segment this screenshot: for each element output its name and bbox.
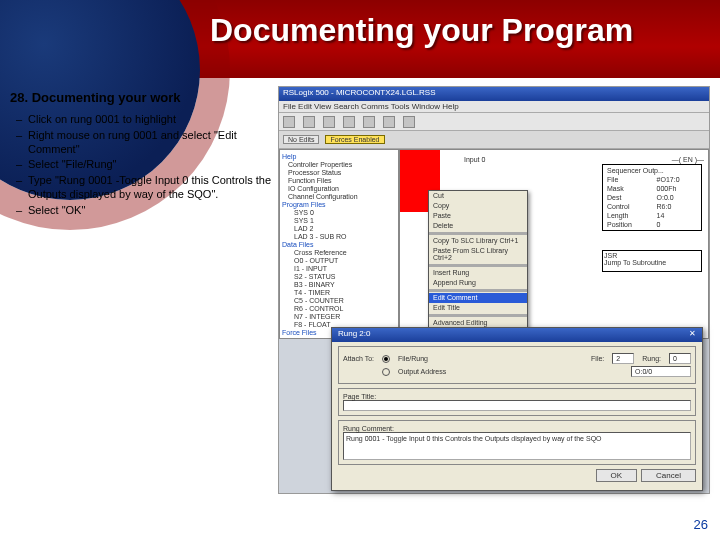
radio-output-address[interactable]	[382, 368, 390, 376]
sqo-block: Sequencer Outp... File#O17:0 Mask000Fh D…	[602, 164, 702, 231]
tree-item[interactable]: B3 - BINARY	[282, 281, 396, 288]
menu-item[interactable]: Paste	[429, 211, 527, 221]
tree-item[interactable]: IO Configuration	[282, 185, 396, 192]
page-title-group: Page Title:	[338, 388, 696, 416]
menu-item[interactable]: Append Rung	[429, 278, 527, 288]
slide-title: Documenting your Program	[210, 12, 633, 49]
toolbar-icon[interactable]	[283, 116, 295, 128]
tree-item[interactable]: Cross Reference	[282, 249, 396, 256]
menu-bar[interactable]: File Edit View Search Comms Tools Window…	[279, 101, 709, 113]
list-item: Right mouse on rung 0001 and select "Edi…	[16, 129, 272, 157]
file-input[interactable]: 2	[612, 353, 634, 364]
tree-item[interactable]: O0 - OUTPUT	[282, 257, 396, 264]
ladder-view[interactable]: Input 0 —( EN )— Sequencer Outp... File#…	[399, 149, 709, 339]
page-number: 26	[694, 517, 708, 532]
tree-item[interactable]: SYS 1	[282, 217, 396, 224]
rung-input[interactable]: 0	[669, 353, 691, 364]
toolbar-icon[interactable]	[303, 116, 315, 128]
toolbar-icon[interactable]	[403, 116, 415, 128]
tree-item[interactable]: Help	[282, 153, 396, 160]
list-item: Select "File/Rung"	[16, 158, 272, 172]
project-tree[interactable]: Help Controller Properties Processor Sta…	[279, 149, 399, 339]
title-bar: RSLogix 500 - MICROCONTX24.LGL.RSS	[279, 87, 709, 101]
list-item: Type "Rung 0001 -Toggle Input 0 this Con…	[16, 174, 272, 202]
page-title-input[interactable]	[343, 400, 691, 411]
menu-item[interactable]: Cut	[429, 191, 527, 201]
tree-item[interactable]: Program Files	[282, 201, 396, 208]
rung-label: Rung:	[642, 355, 661, 362]
toolbar-icon[interactable]	[343, 116, 355, 128]
rung-comment-input[interactable]: Rung 0001 - Toggle Input 0 this Controls…	[343, 432, 691, 460]
radio-output-label: Output Address	[398, 368, 446, 375]
input-label: Input 0	[464, 156, 485, 163]
menu-item[interactable]: Edit Title	[429, 303, 527, 313]
dialog-title: Rung 2:0	[338, 329, 370, 341]
menu-item[interactable]: Delete	[429, 221, 527, 231]
menu-item[interactable]: Copy To SLC Library Ctrl+1	[429, 236, 527, 246]
tree-item[interactable]: C5 - COUNTER	[282, 297, 396, 304]
file-label: File:	[591, 355, 604, 362]
rung-comment-dialog: Rung 2:0 ✕ Attach To: File/Rung File: 2 …	[331, 327, 703, 491]
list-item: Click on rung 0001 to highlight	[16, 113, 272, 127]
toolbar[interactable]	[279, 113, 709, 131]
address-input[interactable]: O:0/0	[631, 366, 691, 377]
list-item: Select "OK"	[16, 204, 272, 218]
radio-file-rung-label: File/Rung	[398, 355, 428, 362]
status-strip: No Edits Forces Enabled	[279, 131, 709, 149]
page-title-label: Page Title:	[343, 393, 691, 400]
tree-item[interactable]: R6 - CONTROL	[282, 305, 396, 312]
toolbar-icon[interactable]	[323, 116, 335, 128]
context-menu[interactable]: Cut Copy Paste Delete Copy To SLC Librar…	[428, 190, 528, 329]
tree-item[interactable]: I1 - INPUT	[282, 265, 396, 272]
cancel-button[interactable]: Cancel	[641, 469, 696, 482]
tree-item[interactable]: LAD 3 - SUB RO	[282, 233, 396, 240]
toolbar-icon[interactable]	[363, 116, 375, 128]
tree-item[interactable]: N7 - INTEGER	[282, 313, 396, 320]
radio-file-rung[interactable]	[382, 355, 390, 363]
tree-item[interactable]: Channel Configuration	[282, 193, 396, 200]
screenshot-window: RSLogix 500 - MICROCONTX24.LGL.RSS File …	[278, 86, 710, 494]
tree-item[interactable]: Data Files	[282, 241, 396, 248]
forces-enabled-badge: Forces Enabled	[325, 135, 384, 144]
ok-button[interactable]: OK	[596, 469, 638, 482]
tree-item[interactable]: S2 - STATUS	[282, 273, 396, 280]
menu-item[interactable]: Insert Rung	[429, 268, 527, 278]
notes-heading: 28. Documenting your work	[10, 90, 272, 105]
tree-item[interactable]: Processor Status	[282, 169, 396, 176]
attach-group: Attach To: File/Rung File: 2 Rung: 0 Att…	[338, 346, 696, 384]
jsr-block: JSR Jump To Subroutine	[602, 250, 702, 272]
rung-comment-label: Rung Comment:	[343, 425, 691, 432]
tree-item[interactable]: Controller Properties	[282, 161, 396, 168]
tree-item[interactable]: LAD 2	[282, 225, 396, 232]
close-icon[interactable]: ✕	[689, 329, 696, 341]
tree-item[interactable]: Function Files	[282, 177, 396, 184]
output-symbol: —( EN )—	[672, 156, 704, 163]
rung-comment-group: Rung Comment: Rung 0001 - Toggle Input 0…	[338, 420, 696, 465]
tree-item[interactable]: SYS 0	[282, 209, 396, 216]
menu-item[interactable]: Paste From SLC Library Ctrl+2	[429, 246, 527, 263]
attach-label: Attach To:	[343, 355, 374, 362]
dialog-title-bar: Rung 2:0 ✕	[332, 328, 702, 342]
no-edits-badge: No Edits	[283, 135, 319, 144]
slide-banner: Documenting your Program	[0, 0, 720, 78]
tree-item[interactable]: T4 - TIMER	[282, 289, 396, 296]
menu-item[interactable]: Copy	[429, 201, 527, 211]
menu-item-edit-comment[interactable]: Edit Comment	[429, 293, 527, 303]
instruction-notes: 28. Documenting your work Click on rung …	[10, 90, 272, 219]
toolbar-icon[interactable]	[383, 116, 395, 128]
